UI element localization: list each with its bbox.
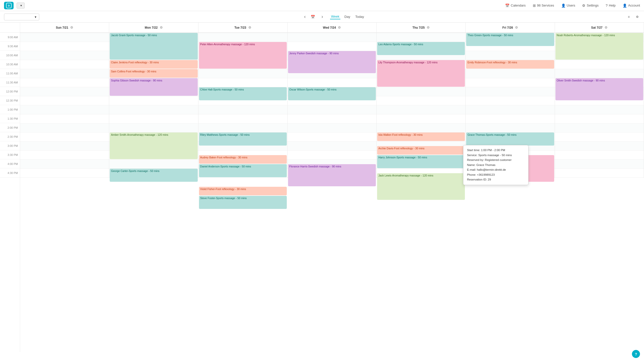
appointment[interactable]: Leo Adams-Sports massage - 50 mins xyxy=(377,42,465,55)
time-slots: 9:00 AM9:30 AM10:00 AM10:30 AM11:00 AM11… xyxy=(0,33,20,177)
appointment[interactable]: Daniel Anderson-Sports massage - 50 mins xyxy=(199,164,287,177)
day-header-6: Sat 7/27⚙ xyxy=(555,23,644,33)
day-col-3: Jenny Parker-Swedish massage - 90 minsOs… xyxy=(288,33,377,178)
appointment[interactable]: Lily Thompson-Aromatherapy massage - 120… xyxy=(377,60,465,87)
calendar-right-controls: ≡ ⚙ xyxy=(628,15,640,19)
appointment[interactable]: Amber Smith-Aromatherapy massage - 120 m… xyxy=(110,132,197,159)
time-slot: 3:00 PM xyxy=(0,141,20,150)
day-header-2: Tue 7/23⚙ xyxy=(198,23,288,33)
day-settings-icon[interactable]: ⚙ xyxy=(338,26,341,29)
slot-cell xyxy=(20,123,109,132)
slot-cell xyxy=(555,169,644,178)
appointment[interactable]: Oliver Smith-Swedish massage - 90 mins xyxy=(555,78,643,100)
time-column: 9:00 AM9:30 AM10:00 AM10:30 AM11:00 AM11… xyxy=(0,23,20,352)
slot-cell xyxy=(288,105,376,114)
tooltip-line: Service: Sports massage - 50 mins xyxy=(467,153,525,158)
appointment[interactable]: Peter Allen-Aromatherapy massage - 120 m… xyxy=(199,42,287,69)
slot-cell xyxy=(555,151,644,160)
time-slot: 11:00 AM xyxy=(0,69,20,78)
day-settings-icon[interactable]: ⚙ xyxy=(515,26,518,29)
appointment[interactable]: Noah Roberts-Aromatherapy massage - 120 … xyxy=(555,33,643,60)
users-icon: 👤 xyxy=(561,4,566,8)
tab-week[interactable]: Week xyxy=(330,14,340,19)
time-slot: 2:00 PM xyxy=(0,123,20,132)
slot-cell xyxy=(198,123,287,132)
day-settings-icon[interactable]: ⚙ xyxy=(70,26,73,29)
slot-cell xyxy=(109,114,198,123)
time-slot: 1:00 PM xyxy=(0,105,20,114)
dropdown-icon: ▾ xyxy=(20,4,22,7)
appointment[interactable]: George Carter-Sports massage - 50 mins xyxy=(110,169,197,182)
appointment[interactable]: Violet Fisher-Foot reflexology - 30 mins xyxy=(199,187,287,195)
nav-users[interactable]: 👤 Users xyxy=(561,4,575,8)
appointment[interactable]: Theo Green-Sports massage - 50 mins xyxy=(466,33,554,46)
slot-cell xyxy=(20,160,109,169)
slot-cell xyxy=(20,51,109,60)
appointment[interactable]: Emily Robinson-Foot reflexology - 30 min… xyxy=(466,60,554,69)
appointment[interactable]: Harry Johnson-Sports massage - 50 mins xyxy=(377,155,465,168)
tooltip-line: Start time: 1:00 PM - 2:00 PM xyxy=(467,148,525,153)
nav-calendars[interactable]: 📅 Calendars xyxy=(505,4,526,8)
time-slot: 10:00 AM xyxy=(0,51,20,60)
settings-icon: ⚙ xyxy=(582,4,585,8)
slot-cell xyxy=(20,78,109,87)
appointment[interactable]: Sophia Gibson-Swedish massage - 90 mins xyxy=(110,78,197,96)
appointment[interactable]: Chloe Hall-Sports massage - 50 mins xyxy=(199,87,287,100)
slot-cell xyxy=(198,114,287,123)
calendar-settings-button[interactable]: ⚙ xyxy=(636,15,640,19)
appointment[interactable]: Sam Collins-Foot reflexology - 30 mins xyxy=(110,69,197,78)
calendar-navigation: ‹ 📅 › Week Day Today xyxy=(39,14,628,19)
time-slot: 3:30 PM xyxy=(0,150,20,159)
appointment[interactable]: Archie Davis-Foot reflexology - 30 mins xyxy=(377,146,465,155)
list-view-button[interactable]: ≡ xyxy=(628,15,631,19)
day-label: Mon 7/22 xyxy=(145,26,157,29)
day-label: Sat 7/27 xyxy=(591,26,602,29)
nav-help[interactable]: ? Help xyxy=(606,4,616,8)
prev-arrow[interactable]: ‹ xyxy=(302,14,308,19)
slot-cell xyxy=(20,132,109,142)
nav-services-label: 98 Services xyxy=(537,4,554,7)
day-settings-icon[interactable]: ⚙ xyxy=(427,26,430,29)
slot-cell xyxy=(466,69,554,78)
appointment[interactable]: Oscar Wilson-Sports massage - 50 mins xyxy=(288,87,376,100)
slot-cell xyxy=(377,96,465,105)
nav-settings[interactable]: ⚙ Settings xyxy=(582,4,598,8)
tab-today[interactable]: Today xyxy=(354,14,365,19)
admin-center-button[interactable]: ▾ xyxy=(17,3,25,9)
day-label: Tue 7/23 xyxy=(234,26,246,29)
tab-day[interactable]: Day xyxy=(343,14,351,19)
appointment[interactable]: Audrey Baker-Foot reflexology - 30 mins xyxy=(199,155,287,164)
day-settings-icon[interactable]: ⚙ xyxy=(248,26,251,29)
time-slot: 4:00 PM xyxy=(0,159,20,168)
slot-cell xyxy=(466,96,554,105)
tooltip-line: Reservation ID: 29 xyxy=(467,177,525,182)
time-slot: 4:30 PM xyxy=(0,168,20,177)
appointment[interactable]: Jacob Grant-Sports massage - 50 mins xyxy=(110,33,197,60)
slot-cell xyxy=(377,87,465,96)
calendar-date-icon: 📅 xyxy=(311,15,315,19)
slot-cell xyxy=(377,33,465,42)
appointment[interactable]: Steve Foster-Sports massage - 50 mins xyxy=(199,196,287,209)
nav-account[interactable]: 👤 Account xyxy=(623,4,640,8)
tooltip-line: Phone: +3619989123 xyxy=(467,172,525,177)
day-settings-icon[interactable]: ⚙ xyxy=(160,26,163,29)
time-header xyxy=(0,23,20,33)
day-settings-icon[interactable]: ⚙ xyxy=(605,26,608,29)
slot-cell xyxy=(555,160,644,169)
slot-cell xyxy=(20,151,109,160)
nav-services[interactable]: ⊞ 98 Services xyxy=(533,4,554,8)
appointment[interactable]: Jack Lewis-Aromatherapy massage - 120 mi… xyxy=(377,173,465,200)
appointment[interactable]: Jenny Parker-Swedish massage - 90 mins xyxy=(288,51,376,73)
appointment[interactable]: Grace Thomas-Sports massage - 50 mins xyxy=(466,132,554,146)
slot-cell xyxy=(288,114,376,123)
nav-account-label: Account xyxy=(628,4,640,7)
logo-area: o xyxy=(4,2,14,9)
appointment[interactable]: Florance Harris-Swedish massage - 90 min… xyxy=(288,164,376,186)
appointment[interactable]: Claire Jenkins-Foot reflexology - 30 min… xyxy=(110,60,197,69)
next-arrow[interactable]: › xyxy=(319,14,325,19)
calendar-view-select[interactable]: ▾ xyxy=(4,14,39,20)
appointment[interactable]: Isla Walker-Foot reflexology - 30 mins xyxy=(377,132,465,141)
day-label: Fri 7/26 xyxy=(502,26,513,29)
appointment[interactable]: Riley Matthews-Sports massage - 50 mins xyxy=(199,132,287,146)
time-slot: 9:00 AM xyxy=(0,33,20,42)
